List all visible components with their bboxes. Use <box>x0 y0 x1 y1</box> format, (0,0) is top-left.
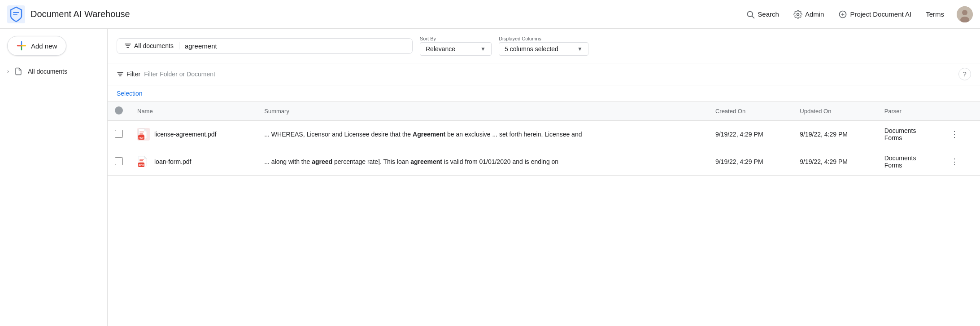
sidebar: Add new › All documents <box>0 29 108 326</box>
svg-rect-1 <box>13 12 19 13</box>
row1-created-date: 9/19/22, 4:29 PM <box>715 131 763 138</box>
row1-summary: ... WHEREAS, Licensor and Licensee desir… <box>264 131 582 138</box>
row2-actions-cell: ⋮ <box>940 148 980 176</box>
displayed-columns-dropdown[interactable]: 5 columns selected ▼ <box>499 42 588 56</box>
search-input[interactable] <box>185 42 405 50</box>
documents-table: Name Summary Created On Updated On Parse <box>108 102 980 176</box>
row1-checkbox-cell <box>108 121 130 148</box>
sort-by-dropdown[interactable]: Relevance ▼ <box>420 42 492 56</box>
displayed-columns-value: 5 columns selected <box>505 45 574 53</box>
created-on-column-header: Created On <box>708 102 793 121</box>
sort-dropdown-arrow-icon: ▼ <box>480 46 486 52</box>
row2-parser-cell: Documents Forms <box>877 148 940 176</box>
all-documents-filter-button[interactable]: All documents <box>124 42 179 49</box>
row1-file-cell: PDF license-agreement.pdf <box>137 128 250 141</box>
filter-placeholder: Filter Folder or Document <box>144 70 215 78</box>
filter-lines-icon <box>124 42 131 49</box>
svg-rect-23 <box>139 133 143 134</box>
displayed-columns-label: Displayed Columns <box>499 36 588 41</box>
svg-rect-2 <box>13 14 17 15</box>
main-content: All documents Sort By Relevance ▼ Displa… <box>108 29 980 326</box>
actions-column-header <box>940 102 980 121</box>
row2-summary-suffix1: percentage rate]. This loan <box>332 158 410 165</box>
svg-rect-27 <box>139 159 144 160</box>
plus-icon <box>17 41 26 51</box>
row2-updated-date: 9/19/22, 4:29 PM <box>800 158 848 165</box>
row2-parser-line1: Documents <box>884 154 933 162</box>
row1-parser: Documents Forms <box>884 127 933 141</box>
table-area: Selection Name Summary <box>108 85 980 326</box>
table-row: PDF loan-form.pdf ... along with the agr… <box>108 148 980 176</box>
svg-text:PDF: PDF <box>139 137 144 139</box>
row1-parser-cell: Documents Forms <box>877 121 940 148</box>
table-body: PDF license-agreement.pdf ... WHEREAS, L… <box>108 121 980 176</box>
row2-more-button[interactable]: ⋮ <box>947 155 962 168</box>
admin-nav-button[interactable]: Admin <box>792 6 826 22</box>
project-nav-label: Project Document AI <box>850 10 911 18</box>
summary-column-header: Summary <box>257 102 708 121</box>
selection-bar: Selection <box>108 85 980 102</box>
row2-summary-bold1: agreed <box>312 158 332 165</box>
svg-rect-22 <box>139 132 144 132</box>
row1-summary-cell: ... WHEREAS, Licensor and Licensee desir… <box>257 121 708 148</box>
row2-name-cell: PDF loan-form.pdf <box>130 148 257 176</box>
select-all-indicator[interactable] <box>115 106 123 115</box>
row2-checkbox[interactable] <box>115 157 123 165</box>
row1-parser-line2: Forms <box>884 134 933 141</box>
row2-parser: Documents Forms <box>884 154 933 169</box>
project-nav-button[interactable]: Project Document AI <box>836 6 913 22</box>
project-settings-icon <box>838 10 847 19</box>
row2-summary: ... along with the agreed percentage rat… <box>264 158 558 165</box>
row2-summary-prefix: ... along with the <box>264 158 312 165</box>
filter-button[interactable]: Filter <box>117 70 140 78</box>
row1-created-cell: 9/19/22, 4:29 PM <box>708 121 793 148</box>
filter-row: Filter Filter Folder or Document ? <box>108 63 980 85</box>
row2-summary-cell: ... along with the agreed percentage rat… <box>257 148 708 176</box>
svg-line-4 <box>752 16 754 18</box>
admin-nav-label: Admin <box>805 10 824 18</box>
selection-button[interactable]: Selection <box>117 90 143 97</box>
svg-rect-24 <box>139 134 144 135</box>
row1-name-cell: PDF license-agreement.pdf <box>130 121 257 148</box>
sidebar-item-label: All documents <box>28 68 67 75</box>
terms-nav-button[interactable]: Terms <box>924 7 946 22</box>
row1-summary-suffix: be an exclusive ... set forth herein, Li… <box>445 131 582 138</box>
help-button[interactable]: ? <box>958 68 971 80</box>
updated-on-column-header: Updated On <box>793 102 877 121</box>
nav-actions: Search Admin Project Document AI Terms <box>744 6 973 22</box>
pdf-icon-row1: PDF <box>137 128 150 141</box>
help-icon: ? <box>963 70 967 78</box>
row2-checkbox-cell <box>108 148 130 176</box>
add-new-label: Add new <box>31 42 57 50</box>
filter-icon <box>117 70 124 78</box>
avatar-image <box>957 6 973 22</box>
row2-parser-line2: Forms <box>884 162 933 169</box>
row2-file-cell: PDF loan-form.pdf <box>137 155 250 168</box>
row2-file-name: loan-form.pdf <box>154 158 191 165</box>
row1-more-button[interactable]: ⋮ <box>947 128 962 141</box>
logo-area: Document AI Warehouse <box>7 5 130 23</box>
row1-file-name: license-agreement.pdf <box>154 131 217 138</box>
row1-summary-prefix: ... WHEREAS, Licensor and Licensee desir… <box>264 131 413 138</box>
search-nav-button[interactable]: Search <box>744 6 781 22</box>
checkbox-header <box>108 102 130 121</box>
admin-nav-icon <box>793 10 802 19</box>
table-header: Name Summary Created On Updated On Parse <box>108 102 980 121</box>
app-logo <box>7 5 25 23</box>
sort-by-label: Sort By <box>420 36 492 41</box>
row2-created-cell: 9/19/22, 4:29 PM <box>708 148 793 176</box>
row1-updated-date: 9/19/22, 4:29 PM <box>800 131 848 138</box>
row2-updated-cell: 9/19/22, 4:29 PM <box>793 148 877 176</box>
row1-checkbox[interactable] <box>115 130 123 138</box>
sort-by-value: Relevance <box>426 45 477 53</box>
terms-nav-label: Terms <box>926 10 944 18</box>
table-row: PDF license-agreement.pdf ... WHEREAS, L… <box>108 121 980 148</box>
add-new-button[interactable]: Add new <box>7 36 66 56</box>
all-documents-label: All documents <box>134 42 174 49</box>
top-navigation: Document AI Warehouse Search Admin Proje… <box>0 0 980 29</box>
user-avatar[interactable] <box>957 6 973 22</box>
displayed-columns-container: Displayed Columns 5 columns selected ▼ <box>499 36 588 56</box>
row2-summary-bold2: agreement <box>410 158 442 165</box>
sidebar-item-all-documents[interactable]: › All documents <box>0 63 102 80</box>
plus-multicolor-svg <box>17 41 26 51</box>
